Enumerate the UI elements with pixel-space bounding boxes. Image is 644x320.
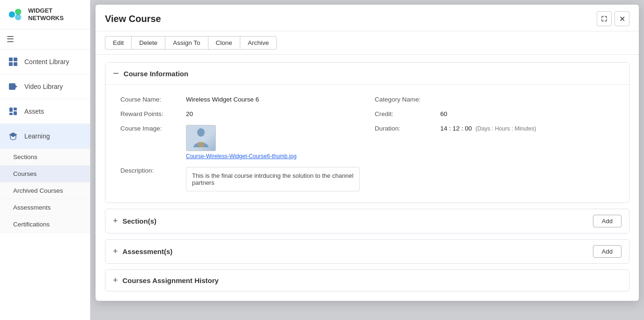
delete-button[interactable]: Delete <box>131 36 165 50</box>
sidebar-item-assets[interactable]: Assets <box>0 99 90 124</box>
duration-row: Duration: 14 : 12 : 00 (Days : Hours : M… <box>367 121 622 136</box>
reward-points-row: Reward Points: 20 <box>113 107 367 121</box>
sidebar-item-content-library[interactable]: Content Library <box>0 50 90 74</box>
sections-title: Section(s) <box>123 217 157 225</box>
close-button[interactable]: ✕ <box>614 11 629 26</box>
collapse-icon: − <box>113 68 119 79</box>
assign-to-button[interactable]: Assign To <box>165 36 207 50</box>
svg-rect-5 <box>9 62 13 66</box>
course-image-container: Course-Wireless-Widget-Course6-thumb.jpg <box>186 125 296 160</box>
assessments-title: Assessment(s) <box>123 247 173 255</box>
category-name-label: Category Name: <box>375 96 440 103</box>
edit-button[interactable]: Edit <box>105 36 131 50</box>
svg-rect-12 <box>14 111 17 115</box>
assessments-expand-icon: + <box>113 247 118 256</box>
svg-rect-15 <box>198 142 204 147</box>
course-info-right: Category Name: Credit: 60 Duration: 14 : <box>367 92 622 195</box>
credit-value: 60 <box>440 110 447 117</box>
course-name-value: Wireless Widget Course 6 <box>186 96 259 103</box>
modal-controls: ✕ <box>597 11 629 26</box>
logo: WIDGET NETWORKS <box>0 0 90 29</box>
course-name-row: Course Name: Wireless Widget Course 6 <box>113 92 367 107</box>
svg-point-2 <box>15 14 21 20</box>
assessments-add-button[interactable]: Add <box>593 245 622 258</box>
assignment-history-header[interactable]: + Courses Assignment History <box>105 270 629 291</box>
sidebar-label-assets: Assets <box>24 108 44 115</box>
assignment-history-panel: + Courses Assignment History <box>105 269 629 291</box>
sections-add-button[interactable]: Add <box>593 215 622 227</box>
assignment-history-expand-icon: + <box>113 276 118 285</box>
svg-point-1 <box>15 9 21 15</box>
modal-header: View Course ✕ <box>96 5 639 31</box>
sidebar-sub-item-sections[interactable]: Sections <box>0 149 90 166</box>
sections-panel: + Section(s) Add <box>105 209 629 233</box>
learning-icon <box>7 130 20 143</box>
archive-button[interactable]: Archive <box>240 36 277 50</box>
duration-value: 14 : 12 : 00 (Days : Hours : Minutes) <box>440 125 536 132</box>
view-course-modal: View Course ✕ Edit Delete Assign To Clon… <box>96 5 639 301</box>
modal-overlay: View Course ✕ Edit Delete Assign To Clon… <box>90 0 644 320</box>
assessments-panel: + Assessment(s) Add <box>105 239 629 264</box>
modal-toolbar: Edit Delete Assign To Clone Archive <box>96 31 639 55</box>
sidebar-item-video-library[interactable]: Video Library <box>0 74 90 99</box>
svg-rect-9 <box>9 108 13 112</box>
modal-title: View Course <box>105 14 161 24</box>
main-content: View Course ✕ Edit Delete Assign To Clon… <box>90 0 644 320</box>
course-name-label: Course Name: <box>120 96 186 103</box>
duration-label: Duration: <box>375 125 440 132</box>
course-information-title: Course Information <box>124 70 188 78</box>
expand-icon <box>601 15 607 22</box>
sections-expand-icon: + <box>113 216 118 226</box>
expand-button[interactable] <box>597 11 612 26</box>
svg-point-0 <box>9 11 15 17</box>
assessments-header[interactable]: + Assessment(s) Add <box>105 240 629 263</box>
sidebar-label-video-library: Video Library <box>24 83 63 90</box>
logo-icon <box>7 6 24 23</box>
sidebar-sub-item-assessments[interactable]: Assessments <box>0 199 90 216</box>
svg-rect-7 <box>9 83 15 90</box>
course-image-thumb <box>186 125 216 151</box>
svg-rect-6 <box>14 62 17 66</box>
category-name-row: Category Name: <box>367 92 622 107</box>
person-silhouette-icon <box>192 127 210 149</box>
description-value: This is the final course intrducing the … <box>186 167 360 191</box>
svg-rect-10 <box>14 108 17 110</box>
svg-rect-11 <box>9 113 13 115</box>
description-row: Description: This is the final course in… <box>113 163 367 195</box>
credit-label: Credit: <box>375 110 440 117</box>
course-image-label: Course Image: <box>120 125 186 132</box>
course-image-filename[interactable]: Course-Wireless-Widget-Course6-thumb.jpg <box>186 153 296 160</box>
sidebar-sub-item-certifications[interactable]: Certifications <box>0 216 90 233</box>
svg-rect-4 <box>14 58 17 61</box>
sidebar-sub-item-archived-courses[interactable]: Archived Courses <box>0 182 90 199</box>
description-label: Description: <box>120 167 186 174</box>
course-information-body: Course Name: Wireless Widget Course 6 Re… <box>105 84 629 203</box>
course-image-row: Course Image: <box>113 121 367 163</box>
course-info-left: Course Name: Wireless Widget Course 6 Re… <box>113 92 367 195</box>
sidebar-label-learning: Learning <box>24 132 50 140</box>
video-icon <box>7 80 20 93</box>
sidebar: WIDGET NETWORKS ☰ Content Library Video … <box>0 0 90 320</box>
clone-button[interactable]: Clone <box>208 36 240 50</box>
reward-points-value: 20 <box>186 110 193 117</box>
assets-icon <box>7 105 20 118</box>
sidebar-sub-item-courses[interactable]: Courses <box>0 166 90 182</box>
hamburger-menu[interactable]: ☰ <box>0 29 90 50</box>
sections-header[interactable]: + Section(s) Add <box>105 209 629 233</box>
sidebar-label-content-library: Content Library <box>24 58 69 65</box>
logo-text: WIDGET NETWORKS <box>28 7 64 22</box>
sidebar-item-learning[interactable]: Learning <box>0 124 90 149</box>
grid-icon <box>7 55 20 68</box>
course-info-grid: Course Name: Wireless Widget Course 6 Re… <box>113 92 622 195</box>
svg-point-14 <box>197 128 205 137</box>
svg-rect-3 <box>9 58 13 61</box>
svg-marker-8 <box>15 85 17 88</box>
assignment-history-title: Courses Assignment History <box>123 276 219 284</box>
course-information-panel: − Course Information Course Name: Wirele… <box>105 62 629 203</box>
credit-row: Credit: 60 <box>367 107 622 121</box>
reward-points-label: Reward Points: <box>120 110 186 117</box>
course-information-header[interactable]: − Course Information <box>105 63 629 84</box>
